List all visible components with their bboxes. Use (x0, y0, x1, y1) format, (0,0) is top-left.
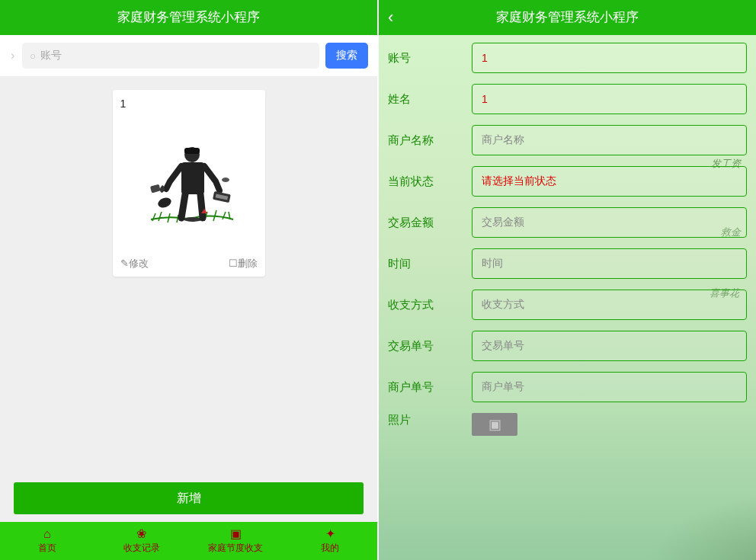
form-label: 交易单号 (388, 339, 461, 354)
tab-label: 收支记录 (123, 542, 160, 555)
card-id: 1 (120, 98, 258, 110)
form-row: 商户名称商户名称 (388, 125, 747, 155)
family-icon: ▣ (230, 528, 242, 540)
form-label: 时间 (388, 257, 461, 271)
form-label: 姓名 (388, 92, 461, 107)
form-label: 交易金额 (388, 216, 461, 230)
search-icon: ○ (30, 50, 36, 62)
text-input[interactable]: 1 (472, 43, 747, 73)
form-row: 交易单号交易单号 (388, 331, 747, 361)
card-actions: ✎修改 ☐删除 (120, 255, 258, 270)
svg-point-0 (184, 217, 202, 222)
header-bar: 家庭财务管理系统小程序 (0, 0, 377, 35)
text-input[interactable]: 收支方式 (472, 290, 747, 320)
form-row: 收支方式收支方式 (388, 290, 747, 320)
app-title: 家庭财务管理系统小程序 (496, 10, 639, 24)
tab-label: 家庭节度收支 (208, 542, 263, 555)
delete-button[interactable]: ☐删除 (229, 257, 258, 270)
photo-row: 照片 ▣ (388, 413, 747, 436)
tab-family[interactable]: ▣ 家庭节度收支 (189, 522, 284, 560)
form-row: 当前状态请选择当前状态 (388, 166, 747, 197)
form-row: 时间时间 (388, 248, 747, 279)
form-label: 当前状态 (388, 174, 461, 189)
photo-upload[interactable]: ▣ (472, 413, 517, 436)
status-select[interactable]: 请选择当前状态 (472, 166, 747, 197)
form-label: 商户名称 (388, 133, 461, 148)
phone-form-screen: ‹ 家庭财务管理系统小程序 发工资 救金 喜事花 账号1姓名1商户名称商户名称当… (379, 0, 756, 560)
search-placeholder: 账号 (40, 49, 62, 62)
search-input[interactable]: ○ 账号 (22, 43, 319, 69)
photo-label: 照片 (388, 413, 461, 427)
svg-rect-1 (181, 162, 204, 194)
text-input[interactable]: 1 (472, 84, 747, 114)
svg-point-8 (222, 178, 229, 182)
form-label: 账号 (388, 51, 461, 66)
tab-bar: ⌂ 首页 ❀ 收支记录 ▣ 家庭节度收支 ✦ 我的 (0, 522, 377, 560)
records-icon: ❀ (136, 528, 146, 540)
camera-icon: ▣ (489, 416, 501, 433)
text-input[interactable]: 交易金额 (472, 207, 747, 238)
text-input[interactable]: 时间 (472, 248, 747, 279)
tab-home[interactable]: ⌂ 首页 (0, 522, 94, 560)
record-card[interactable]: 1 (113, 90, 265, 277)
form-row: 交易金额交易金额 (388, 207, 747, 238)
card-image (124, 114, 254, 248)
svg-rect-5 (149, 184, 160, 193)
text-input[interactable]: 商户名称 (472, 125, 747, 155)
tab-mine[interactable]: ✦ 我的 (283, 522, 377, 560)
edit-button[interactable]: ✎修改 (120, 257, 149, 270)
svg-rect-3 (184, 148, 200, 154)
search-button[interactable]: 搜索 (325, 43, 368, 69)
search-row: › ○ 账号 搜索 (0, 35, 377, 76)
back-icon[interactable]: ‹ (388, 9, 393, 26)
home-icon: ⌂ (43, 528, 51, 540)
phone-list-screen: 家庭财务管理系统小程序 › ○ 账号 搜索 1 (0, 0, 377, 560)
mine-icon: ✦ (325, 528, 335, 540)
tab-label: 我的 (321, 542, 339, 555)
text-input[interactable]: 交易单号 (472, 331, 747, 361)
form-body: 发工资 救金 喜事花 账号1姓名1商户名称商户名称当前状态请选择当前状态交易金额… (379, 35, 756, 560)
person-illustration-icon (128, 120, 250, 242)
chevron-icon[interactable]: › (9, 49, 16, 62)
app-title: 家庭财务管理系统小程序 (117, 10, 260, 24)
form-label: 商户单号 (388, 380, 461, 395)
tab-records[interactable]: ❀ 收支记录 (94, 522, 189, 560)
text-input[interactable]: 商户单号 (472, 372, 747, 402)
form-label: 收支方式 (388, 298, 461, 312)
svg-point-4 (156, 196, 172, 209)
list-body: › ○ 账号 搜索 1 (0, 35, 377, 560)
add-button[interactable]: 新增 (14, 482, 364, 514)
tab-label: 首页 (38, 542, 56, 555)
form-row: 姓名1 (388, 84, 747, 114)
form-row: 商户单号商户单号 (388, 372, 747, 402)
header-bar: ‹ 家庭财务管理系统小程序 (379, 0, 756, 35)
form-row: 账号1 (388, 43, 747, 73)
